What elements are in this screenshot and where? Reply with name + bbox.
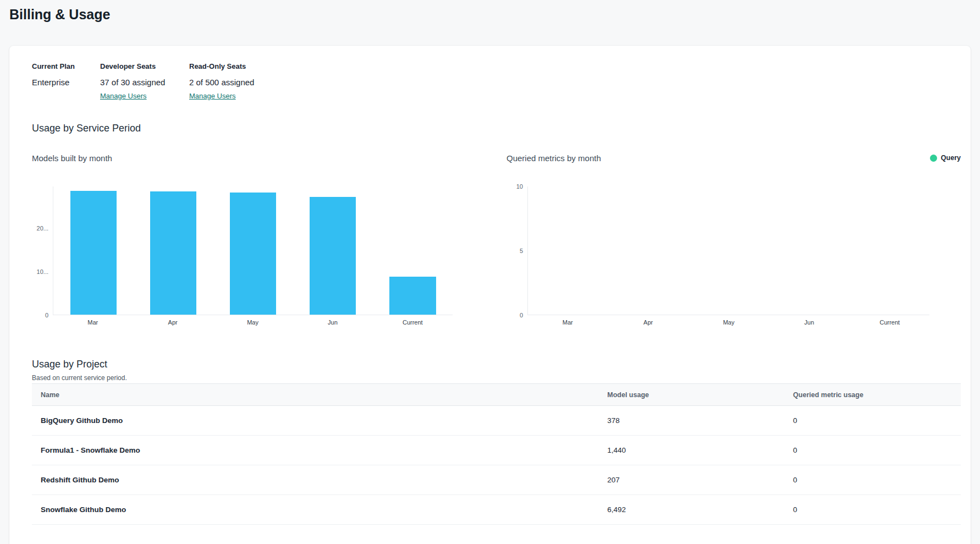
project-name-cell: BigQuery Github Demo <box>32 416 598 425</box>
project-name-cell: Formula1 - Snowflake Demo <box>32 446 598 454</box>
plot-area <box>527 186 929 315</box>
table-row: Formula1 - Snowflake Demo1,4400 <box>32 436 961 465</box>
chart-head: Models built by month <box>32 152 473 163</box>
bar-slot <box>528 186 608 315</box>
table-row: Redshift Github Demo2070 <box>32 465 961 495</box>
current-plan-label: Current Plan <box>32 62 100 70</box>
chart-title: Models built by month <box>32 153 112 163</box>
x-axis-label: Jun <box>769 319 849 326</box>
manage-users-link-readonly[interactable]: Manage Users <box>189 92 236 100</box>
project-usage-table: Name Model usage Queried metric usage Bi… <box>32 383 961 544</box>
model-usage-cell: 6,492 <box>598 505 784 514</box>
column-header-model: Model usage <box>598 391 784 399</box>
project-name-cell: Redshift Github Demo <box>32 476 598 484</box>
x-axis-label: Mar <box>53 319 133 326</box>
bar-slot <box>133 186 213 315</box>
project-name-cell: Snowflake Github Demo <box>32 505 598 514</box>
y-axis: 0510 <box>506 186 527 315</box>
chart-head: Queried metrics by month Query <box>506 152 961 163</box>
x-axis-label: Jun <box>293 319 372 326</box>
bar-current[interactable] <box>389 277 436 315</box>
page-title: Billing & Usage <box>9 7 110 23</box>
readonly-seats-column: Read-Only Seats 2 of 500 assigned Manage… <box>189 62 254 101</box>
queried-metric-usage-cell: 0 <box>784 476 961 484</box>
project-usage-title: Usage by Project <box>32 359 961 370</box>
legend-query[interactable]: Query <box>930 154 961 162</box>
bar-may[interactable] <box>230 193 276 315</box>
y-tick-label: 20... <box>37 225 48 232</box>
table-footer-spacer <box>32 525 961 544</box>
developer-seats-value: 37 of 30 assigned <box>100 78 189 87</box>
legend-label: Query <box>941 154 961 162</box>
chart-body: 0510 <box>506 186 929 315</box>
y-tick-label: 5 <box>520 248 523 254</box>
queried-metrics-chart: Queried metrics by month Query 0510 MarA… <box>506 152 961 326</box>
readonly-seats-label: Read-Only Seats <box>189 62 254 70</box>
model-usage-cell: 1,440 <box>598 446 784 454</box>
column-header-name: Name <box>32 391 598 399</box>
project-usage-section: Usage by Project Based on current servic… <box>32 359 961 544</box>
queried-metric-usage-cell: 0 <box>784 505 961 514</box>
table-header-row: Name Model usage Queried metric usage <box>32 383 961 406</box>
x-axis-label: Mar <box>527 319 608 326</box>
current-plan-column: Current Plan Enterprise <box>32 62 100 101</box>
legend-dot-icon <box>930 155 937 162</box>
bar-slot <box>689 186 769 315</box>
chart-title: Queried metrics by month <box>506 153 601 163</box>
bar-slot <box>849 186 929 315</box>
chart-body: 010...20... <box>32 186 453 315</box>
bar-apr[interactable] <box>150 191 196 315</box>
model-usage-cell: 378 <box>598 416 784 425</box>
bar-jun[interactable] <box>310 197 356 315</box>
bar-slot <box>293 186 373 315</box>
bar-mar[interactable] <box>70 191 117 315</box>
project-usage-subtitle: Based on current service period. <box>32 374 961 382</box>
y-tick-label: 0 <box>45 312 48 318</box>
plot-area <box>53 186 453 315</box>
y-tick-label: 10... <box>37 268 48 275</box>
current-plan-value: Enterprise <box>32 78 100 87</box>
x-axis-label: Current <box>850 319 930 326</box>
x-axis: MarAprMayJunCurrent <box>53 315 453 326</box>
table-row: BigQuery Github Demo3780 <box>32 406 961 436</box>
x-axis: MarAprMayJunCurrent <box>527 315 930 326</box>
bar-slot <box>53 186 133 315</box>
plan-summary: Current Plan Enterprise Developer Seats … <box>32 62 961 101</box>
y-tick-label: 0 <box>520 312 523 318</box>
project-usage-rows: BigQuery Github Demo3780Formula1 - Snowf… <box>32 406 961 525</box>
models-built-chart: Models built by month 010...20... MarApr… <box>32 152 473 326</box>
queried-metric-usage-cell: 0 <box>784 416 961 425</box>
x-axis-label: Current <box>373 319 453 326</box>
developer-seats-column: Developer Seats 37 of 30 assigned Manage… <box>100 62 189 101</box>
bar-slot <box>769 186 849 315</box>
bar-slot <box>213 186 293 315</box>
queried-metric-usage-cell: 0 <box>784 446 961 454</box>
model-usage-cell: 207 <box>598 476 784 484</box>
readonly-seats-value: 2 of 500 assigned <box>189 78 254 87</box>
column-header-queried: Queried metric usage <box>784 391 961 399</box>
x-axis-label: Apr <box>133 319 212 326</box>
manage-users-link-developer[interactable]: Manage Users <box>100 92 147 100</box>
bar-slot <box>608 186 689 315</box>
bar-slot <box>373 186 453 315</box>
x-axis-label: May <box>689 319 769 326</box>
billing-card: Current Plan Enterprise Developer Seats … <box>9 46 971 544</box>
x-axis-label: May <box>213 319 293 326</box>
service-period-title: Usage by Service Period <box>32 123 961 134</box>
y-axis: 010...20... <box>32 186 53 315</box>
y-tick-label: 10 <box>516 183 523 190</box>
x-axis-label: Apr <box>608 319 688 326</box>
developer-seats-label: Developer Seats <box>100 62 189 70</box>
table-row: Snowflake Github Demo6,4920 <box>32 495 961 525</box>
charts-row: Models built by month 010...20... MarApr… <box>32 152 961 326</box>
